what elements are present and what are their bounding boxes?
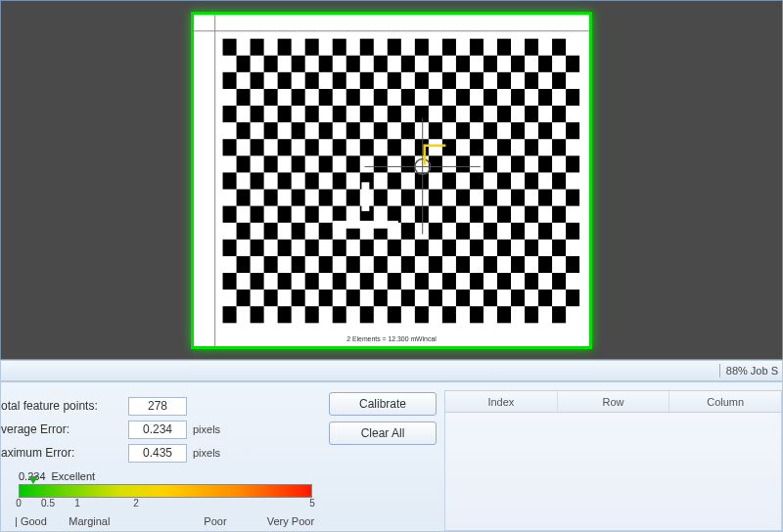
gradient-tick: 0.5 <box>41 498 55 509</box>
svg-rect-159 <box>251 239 264 255</box>
svg-rect-99 <box>401 155 415 172</box>
svg-rect-77 <box>511 122 525 139</box>
average-error-label: verage Error: <box>1 422 128 436</box>
svg-rect-180 <box>484 255 497 272</box>
svg-rect-56 <box>278 106 292 122</box>
svg-rect-36 <box>442 71 456 88</box>
svg-rect-209 <box>566 289 579 306</box>
gradient-category-label: Very Poor <box>267 515 321 527</box>
calibrate-button[interactable]: Calibrate <box>329 392 437 416</box>
svg-rect-103 <box>511 155 525 172</box>
svg-rect-207 <box>511 289 525 306</box>
svg-rect-134 <box>278 205 292 222</box>
svg-rect-81 <box>251 139 264 155</box>
svg-rect-143 <box>525 205 538 222</box>
svg-rect-37 <box>470 71 484 88</box>
svg-rect-122 <box>319 189 333 205</box>
svg-rect-7 <box>360 38 374 55</box>
svg-rect-174 <box>319 255 333 272</box>
svg-rect-128 <box>484 189 497 205</box>
svg-rect-4 <box>278 38 292 55</box>
svg-rect-151 <box>401 222 415 239</box>
svg-rect-86 <box>388 139 401 155</box>
svg-rect-15 <box>237 55 251 71</box>
svg-rect-97 <box>346 155 360 172</box>
svg-rect-144 <box>552 205 566 222</box>
svg-rect-185 <box>251 273 264 289</box>
average-error-unit: pixels <box>193 423 220 435</box>
svg-rect-202 <box>374 289 388 306</box>
svg-rect-93 <box>237 155 251 172</box>
svg-rect-38 <box>497 71 511 88</box>
svg-rect-45 <box>346 88 360 105</box>
svg-rect-216 <box>388 306 401 323</box>
svg-rect-140 <box>442 205 456 222</box>
svg-rect-169 <box>525 239 538 255</box>
grid-column-header[interactable]: Column <box>669 391 781 412</box>
svg-rect-31 <box>305 71 319 88</box>
svg-rect-220 <box>497 306 511 323</box>
grid-column-header[interactable]: Index <box>445 391 558 412</box>
svg-rect-167 <box>470 239 484 255</box>
svg-rect-18 <box>319 55 333 71</box>
svg-rect-177 <box>401 255 415 272</box>
clear-all-button[interactable]: Clear All <box>329 421 437 445</box>
svg-rect-12 <box>497 38 511 55</box>
svg-rect-114 <box>442 172 456 189</box>
svg-rect-215 <box>360 306 374 323</box>
svg-rect-55 <box>251 106 264 122</box>
svg-rect-136 <box>333 205 346 222</box>
svg-rect-19 <box>346 55 360 71</box>
svg-rect-106 <box>223 172 237 189</box>
svg-rect-90 <box>497 139 511 155</box>
svg-rect-92 <box>552 139 566 155</box>
svg-rect-155 <box>511 222 525 239</box>
total-feature-points-label: otal feature points: <box>1 399 128 413</box>
job-progress: 88% Job S <box>726 365 778 377</box>
svg-rect-65 <box>525 106 538 122</box>
svg-rect-224 <box>333 220 398 228</box>
svg-rect-147 <box>292 222 305 239</box>
svg-rect-214 <box>333 306 346 323</box>
svg-rect-58 <box>333 106 346 122</box>
svg-rect-188 <box>333 273 346 289</box>
svg-rect-109 <box>305 172 319 189</box>
svg-rect-204 <box>429 289 442 306</box>
svg-rect-59 <box>360 106 374 122</box>
svg-rect-28 <box>223 71 237 88</box>
svg-rect-196 <box>552 273 566 289</box>
gradient-category-label: | Good <box>15 515 69 527</box>
svg-rect-223 <box>361 182 369 211</box>
points-grid[interactable]: IndexRowColumn <box>444 390 782 531</box>
svg-rect-172 <box>264 255 278 272</box>
svg-rect-206 <box>484 289 497 306</box>
grid-column-header[interactable]: Row <box>558 391 670 412</box>
svg-rect-166 <box>442 239 456 255</box>
svg-rect-178 <box>429 255 442 272</box>
svg-rect-148 <box>319 222 333 239</box>
svg-rect-76 <box>484 122 497 139</box>
svg-rect-200 <box>319 289 333 306</box>
image-viewer[interactable]: 2 Elements = 12.300 mWincal <box>0 0 783 360</box>
average-error-value: 0.234 <box>128 421 187 439</box>
svg-rect-189 <box>360 273 374 289</box>
svg-rect-170 <box>552 239 566 255</box>
svg-rect-173 <box>292 255 305 272</box>
svg-rect-72 <box>374 122 388 139</box>
svg-rect-135 <box>305 205 319 222</box>
svg-rect-67 <box>237 122 251 139</box>
svg-rect-60 <box>388 106 401 122</box>
svg-rect-13 <box>525 38 538 55</box>
svg-rect-179 <box>456 255 470 272</box>
svg-rect-14 <box>552 38 566 55</box>
score-marker-icon <box>28 476 38 484</box>
svg-rect-9 <box>415 38 429 55</box>
svg-rect-8 <box>388 38 401 55</box>
svg-rect-119 <box>237 189 251 205</box>
svg-rect-105 <box>566 155 579 172</box>
svg-rect-2 <box>223 38 237 55</box>
quality-gradient <box>19 484 312 498</box>
svg-rect-175 <box>346 255 360 272</box>
svg-rect-24 <box>484 55 497 71</box>
status-bar: 88% Job S <box>0 360 783 381</box>
